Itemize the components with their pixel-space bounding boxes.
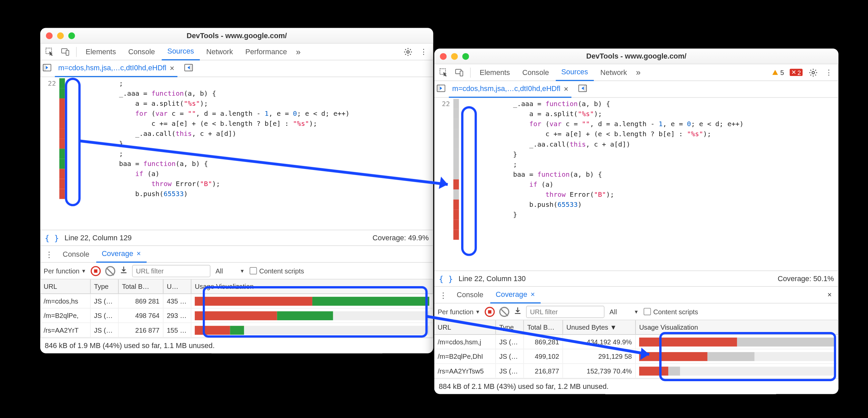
tab-sources[interactable]: Sources bbox=[556, 64, 593, 81]
usage-bar bbox=[195, 297, 429, 306]
table-row[interactable]: /rs=AA2YrTsw5JS (…216,877152,739 70.4% bbox=[434, 364, 838, 378]
code-editor[interactable]: 22 _.aaa = function(a, b) { a = a.split(… bbox=[434, 98, 838, 271]
tab-console[interactable]: Console bbox=[517, 64, 555, 81]
cursor-position: Line 22, Column 130 bbox=[459, 274, 526, 283]
drawer-tab-coverage[interactable]: Coverage × bbox=[96, 246, 147, 263]
coverage-percentage: Coverage: 49.9% bbox=[372, 234, 429, 242]
file-tab-name: m=cdos,hsm,jsa,…c,dtI0hd,eHDfl bbox=[58, 64, 166, 72]
table-row[interactable]: /m=B2qlPe,JS (…498 764293 … bbox=[40, 309, 433, 323]
cell-url: /rs=AA2YrT bbox=[40, 323, 91, 337]
traffic-zoom-icon[interactable] bbox=[462, 53, 469, 60]
kebab-menu-icon[interactable]: ⋮ bbox=[416, 44, 431, 59]
tab-sources[interactable]: Sources bbox=[161, 43, 199, 60]
cell-total: 498 764 bbox=[119, 309, 163, 323]
more-tabs-icon[interactable]: » bbox=[634, 68, 643, 77]
svg-rect-2 bbox=[66, 50, 69, 55]
export-icon[interactable] bbox=[120, 266, 127, 275]
cell-usage bbox=[636, 349, 838, 363]
window-titlebar: DevTools - www.google.com/ bbox=[40, 28, 433, 44]
inspect-element-icon[interactable] bbox=[42, 44, 57, 59]
usage-bar bbox=[195, 326, 429, 335]
type-filter-select[interactable]: All ▼ bbox=[215, 267, 245, 275]
col-usage[interactable]: Usage Visualization bbox=[636, 320, 838, 334]
drawer-tab-console[interactable]: Console bbox=[451, 286, 489, 303]
errors-badge[interactable]: ✕ 2 bbox=[787, 69, 805, 76]
more-tabs-icon[interactable]: » bbox=[293, 47, 303, 56]
tab-elements[interactable]: Elements bbox=[80, 43, 122, 60]
settings-gear-icon[interactable] bbox=[401, 44, 415, 59]
pretty-print-icon[interactable]: { } bbox=[439, 274, 453, 283]
cell-url: /m=cdos,hs bbox=[40, 294, 91, 308]
window-title: DevTools - www.google.com/ bbox=[40, 31, 433, 40]
inspect-element-icon[interactable] bbox=[437, 65, 451, 80]
drawer-tab-coverage[interactable]: Coverage × bbox=[490, 286, 540, 303]
kebab-menu-icon[interactable]: ⋮ bbox=[822, 65, 836, 80]
coverage-table: URL Type Total B… U… Usage Visualization… bbox=[40, 279, 433, 338]
open-file-tab[interactable]: m=cdos,hsm,jsa,…c,dtI0hd,eHDfl × bbox=[55, 60, 178, 77]
traffic-zoom-icon[interactable] bbox=[68, 32, 75, 39]
main-tabbar: Elements Console Sources Network Perform… bbox=[40, 43, 433, 60]
close-file-tab-icon[interactable]: × bbox=[564, 84, 568, 93]
clear-button-icon[interactable] bbox=[105, 266, 115, 276]
pretty-print-icon[interactable]: { } bbox=[45, 233, 59, 242]
drawer-menu-icon[interactable]: ⋮ bbox=[42, 250, 56, 259]
coverage-summary: 846 kB of 1.9 MB (44%) used so far, 1.1 … bbox=[40, 338, 433, 353]
cell-usage bbox=[191, 294, 433, 308]
record-button-icon[interactable] bbox=[91, 266, 100, 276]
open-file-tab[interactable]: m=cdos,hsm,jsa,…c,dtI0hd,eHDfl × bbox=[449, 81, 572, 97]
content-scripts-checkbox[interactable]: Content scripts bbox=[250, 267, 304, 274]
svg-rect-15 bbox=[584, 85, 587, 92]
show-debugger-icon[interactable] bbox=[184, 63, 193, 74]
table-row[interactable]: /m=cdos,hsJS (…869 281435 … bbox=[40, 294, 433, 308]
traffic-close-icon[interactable] bbox=[46, 32, 53, 39]
show-navigator-icon[interactable] bbox=[437, 84, 446, 95]
tab-network[interactable]: Network bbox=[201, 43, 239, 60]
usage-bar bbox=[639, 367, 835, 376]
cell-type: JS (… bbox=[496, 364, 524, 378]
table-row[interactable]: /rs=AA2YrTJS (…216 877155 … bbox=[40, 323, 433, 337]
device-toolbar-icon[interactable] bbox=[452, 65, 466, 80]
cursor-position: Line 22, Column 129 bbox=[65, 234, 132, 242]
cell-total: 216,877 bbox=[524, 364, 563, 378]
show-debugger-icon[interactable] bbox=[579, 84, 588, 95]
source-files-bar: m=cdos,hsm,jsa,…c,dtI0hd,eHDfl × bbox=[434, 81, 838, 98]
traffic-minimize-icon[interactable] bbox=[57, 32, 64, 39]
usage-bar bbox=[195, 311, 429, 320]
cell-url: /m=B2qlPe, bbox=[40, 309, 91, 323]
source-files-bar: m=cdos,hsm,jsa,…c,dtI0hd,eHDfl × bbox=[40, 60, 433, 77]
close-drawer-icon[interactable]: × bbox=[823, 290, 836, 299]
svg-marker-19 bbox=[640, 348, 649, 360]
col-total[interactable]: Total B… bbox=[119, 279, 163, 293]
settings-gear-icon[interactable] bbox=[806, 65, 820, 80]
traffic-close-icon[interactable] bbox=[440, 53, 447, 60]
tab-elements[interactable]: Elements bbox=[474, 64, 516, 81]
tab-console[interactable]: Console bbox=[123, 43, 160, 60]
tab-performance[interactable]: Performance bbox=[240, 43, 292, 60]
col-type[interactable]: Type bbox=[91, 279, 119, 293]
close-drawer-tab-icon[interactable]: × bbox=[137, 249, 141, 258]
tab-network[interactable]: Network bbox=[595, 64, 633, 81]
drawer-tabbar: ⋮ Console Coverage × bbox=[40, 246, 433, 263]
device-toolbar-icon[interactable] bbox=[58, 44, 73, 59]
cell-usage bbox=[191, 309, 433, 323]
usage-bar bbox=[639, 337, 835, 346]
editor-status-bar: { } Line 22, Column 130 Coverage: 50.1% bbox=[434, 271, 838, 287]
col-unused[interactable]: U… bbox=[163, 279, 192, 293]
warnings-badge[interactable]: 5 bbox=[770, 69, 786, 76]
main-tabbar: Elements Console Sources Network » 5 ✕ 2… bbox=[434, 64, 838, 81]
traffic-minimize-icon[interactable] bbox=[451, 53, 458, 60]
show-navigator-icon[interactable] bbox=[42, 63, 52, 74]
close-file-tab-icon[interactable]: × bbox=[169, 64, 174, 73]
col-url[interactable]: URL bbox=[40, 279, 91, 293]
table-header: URL Type Total B… U… Usage Visualization bbox=[40, 279, 433, 294]
cell-usage bbox=[191, 323, 433, 337]
window-titlebar: DevTools - www.google.com/ bbox=[434, 48, 838, 64]
url-filter-input[interactable] bbox=[132, 265, 211, 277]
cell-type: JS (… bbox=[91, 323, 119, 337]
annotation-arrow-top bbox=[79, 134, 463, 196]
close-drawer-tab-icon[interactable]: × bbox=[530, 290, 535, 299]
per-function-select[interactable]: Per function ▼ bbox=[43, 267, 86, 274]
col-usage[interactable]: Usage Visualization bbox=[191, 279, 433, 293]
drawer-tab-console[interactable]: Console bbox=[57, 246, 95, 263]
drawer-menu-icon[interactable]: ⋮ bbox=[437, 290, 450, 300]
